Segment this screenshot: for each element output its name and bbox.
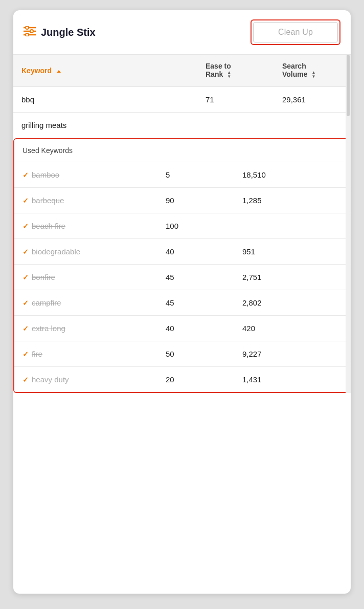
keyword-cell: bbq <box>13 87 197 113</box>
used-keyword-item: ✓ heavy duty 20 1,431 <box>14 367 350 392</box>
used-keyword-item: ✓ campfire 45 2,802 <box>14 290 350 316</box>
search-vol-sort-icons: ▲ ▼ <box>311 71 315 80</box>
used-keywords-header: Used Keywords <box>14 139 350 162</box>
table-container: Keyword Ease toRank ▲ ▼ SearchVolume ▲ <box>13 55 351 393</box>
check-icon: ✓ <box>22 273 29 281</box>
svg-point-3 <box>26 26 29 29</box>
search-volume-column-header[interactable]: SearchVolume ▲ ▼ <box>274 55 351 87</box>
main-card: Jungle Stix Clean Up Keyword Ease toRank… <box>13 10 351 594</box>
cleanup-button-wrapper: Clean Up <box>251 19 340 45</box>
check-icon: ✓ <box>22 248 29 256</box>
search-volume-cell <box>274 113 351 138</box>
header-left: Jungle Stix <box>24 26 96 38</box>
ease-sort-icons: ▲ ▼ <box>227 71 231 80</box>
scrollbar-track[interactable] <box>346 55 351 393</box>
search-volume-cell: 29,361 <box>274 87 351 113</box>
check-icon: ✓ <box>22 197 29 205</box>
ease-to-rank-column-header[interactable]: Ease toRank ▲ ▼ <box>197 55 274 87</box>
table-header-row: Keyword Ease toRank ▲ ▼ SearchVolume ▲ <box>13 55 351 87</box>
used-keywords-box: Used Keywords ✓ bamboo 5 18,510 <box>13 138 351 393</box>
check-icon: ✓ <box>22 222 29 230</box>
used-keyword-item: ✓ fire 50 9,227 <box>14 341 350 367</box>
used-keyword-item: ✓ beach fire 100 <box>14 213 350 239</box>
ease-to-rank-cell <box>197 113 274 138</box>
check-icon: ✓ <box>22 324 29 333</box>
scrollbar-thumb[interactable] <box>347 55 350 116</box>
check-icon: ✓ <box>22 299 29 307</box>
used-keyword-item: ✓ bamboo 5 18,510 <box>14 162 350 188</box>
used-keyword-item: ✓ biodegradable 40 951 <box>14 239 350 265</box>
svg-point-5 <box>26 33 29 36</box>
keyword-sort-asc-icon <box>57 70 61 73</box>
svg-point-4 <box>30 30 33 33</box>
check-icon: ✓ <box>22 350 29 358</box>
table-row: bbq 71 29,361 <box>13 87 351 113</box>
table-row: grilling meats <box>13 113 351 138</box>
used-keywords-row: Used Keywords ✓ bamboo 5 18,510 <box>13 138 351 394</box>
cleanup-button[interactable]: Clean Up <box>253 22 338 42</box>
used-keyword-item: ✓ bonfire 45 2,751 <box>14 265 350 290</box>
keyword-cell: grilling meats <box>13 113 197 138</box>
app-title: Jungle Stix <box>41 27 96 38</box>
keyword-column-header[interactable]: Keyword <box>13 55 197 87</box>
ease-to-rank-cell: 71 <box>197 87 274 113</box>
filter-icon <box>24 26 36 38</box>
used-keyword-item: ✓ barbeque 90 1,285 <box>14 188 350 213</box>
keywords-table: Keyword Ease toRank ▲ ▼ SearchVolume ▲ <box>13 55 351 393</box>
used-keyword-item: ✓ extra long 40 420 <box>14 316 350 341</box>
check-icon: ✓ <box>22 376 29 384</box>
check-icon: ✓ <box>22 171 29 179</box>
header: Jungle Stix Clean Up <box>13 10 351 55</box>
